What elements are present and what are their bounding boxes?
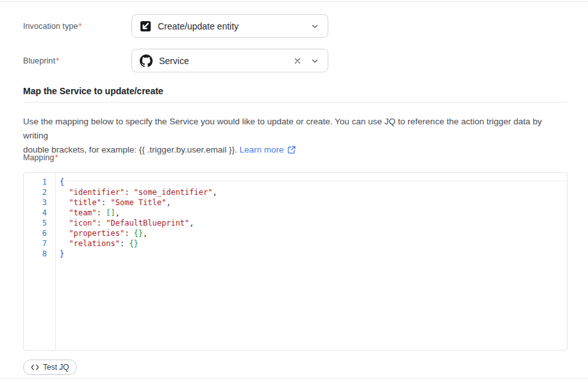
mapping-label-text: Mapping (23, 153, 55, 162)
line-number: 5 (24, 218, 55, 228)
section-divider (23, 102, 567, 103)
mapping-code-editor[interactable]: 1{2 "identifier": "some_identifier",3 "t… (23, 172, 567, 351)
blueprint-select[interactable]: Service (131, 49, 328, 72)
code-line-content: "relations": {} (55, 238, 139, 249)
description-line-1: Use the mapping below to specify the Ser… (23, 115, 567, 143)
required-asterisk: * (55, 153, 58, 162)
external-link-icon[interactable] (287, 144, 296, 158)
code-line[interactable]: 4 "team": [], (24, 208, 567, 218)
required-asterisk: * (56, 56, 59, 65)
test-jq-button-label: Test JQ (43, 363, 69, 372)
line-number: 4 (24, 208, 55, 218)
chevron-down-icon[interactable] (311, 22, 319, 30)
line-number: 3 (24, 197, 55, 208)
line-number: 2 (24, 187, 55, 197)
code-line-content: "title": "Some Title", (55, 197, 171, 208)
code-line-content: } (55, 249, 64, 259)
code-line[interactable]: 5 "icon": "DefaultBlueprint", (24, 218, 567, 228)
section-heading: Map the Service to update/create (23, 86, 164, 96)
code-line[interactable]: 6 "properties": {}, (24, 228, 567, 238)
action-mapping-panel: Invocation type* Create/update entity Bl… (0, 0, 588, 382)
clear-icon[interactable] (294, 57, 301, 65)
top-divider (0, 1, 588, 2)
learn-more-link[interactable]: Learn more (239, 145, 283, 154)
create-update-entity-icon (140, 21, 151, 32)
code-line[interactable]: 2 "identifier": "some_identifier", (24, 187, 567, 197)
mapping-label: Mapping* (23, 153, 58, 162)
mapping-description: Use the mapping below to specify the Ser… (23, 115, 567, 158)
invocation-type-label-text: Invocation type (23, 22, 78, 31)
test-jq-button[interactable]: Test JQ (23, 360, 77, 375)
code-line[interactable]: 8} (24, 249, 567, 259)
code-brackets-icon (31, 364, 39, 370)
required-asterisk: * (79, 22, 82, 31)
github-icon (140, 54, 153, 67)
code-line-content: { (55, 177, 64, 187)
invocation-type-label: Invocation type* (23, 22, 82, 31)
code-line[interactable]: 1{ (24, 177, 567, 187)
code-line-content: "team": [], (55, 208, 120, 218)
line-number: 7 (24, 238, 55, 249)
code-line[interactable]: 3 "title": "Some Title", (24, 197, 567, 208)
code-editor-lines: 1{2 "identifier": "some_identifier",3 "t… (24, 177, 567, 259)
line-number: 8 (24, 249, 55, 259)
blueprint-value: Service (159, 56, 189, 66)
code-line[interactable]: 7 "relations": {} (24, 238, 567, 249)
blueprint-label: Blueprint* (23, 56, 59, 65)
invocation-type-select[interactable]: Create/update entity (131, 14, 328, 38)
code-line-content: "properties": {}, (55, 228, 147, 238)
description-line-2: double brackets, for example: {{ .trigge… (23, 143, 567, 158)
line-number: 6 (24, 228, 55, 238)
invocation-type-value: Create/update entity (158, 21, 239, 31)
chevron-down-icon[interactable] (311, 57, 319, 65)
code-line-content: "identifier": "some_identifier", (55, 187, 217, 197)
line-number: 1 (24, 177, 55, 187)
blueprint-label-text: Blueprint (23, 56, 55, 65)
code-line-content: "icon": "DefaultBlueprint", (55, 218, 194, 228)
bottom-divider (0, 378, 588, 379)
